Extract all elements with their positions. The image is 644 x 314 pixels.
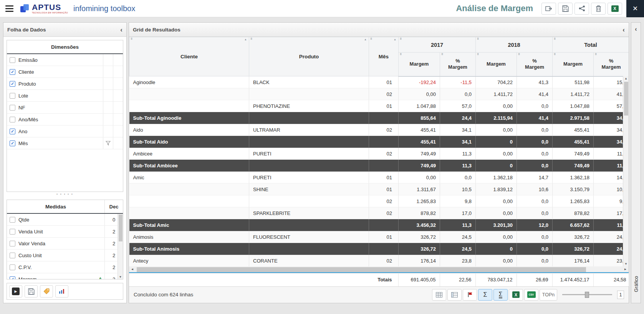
column-header-cliente[interactable]: ⠿▲Cliente bbox=[129, 37, 249, 76]
menu-icon[interactable] bbox=[5, 5, 13, 12]
tab-grafico[interactable]: Gráfico bbox=[631, 276, 641, 292]
conditional-format-button[interactable] bbox=[463, 289, 477, 301]
checkbox[interactable] bbox=[10, 93, 15, 99]
scroll-up-icon[interactable]: ▲ bbox=[623, 77, 629, 80]
column-header-margem-2017[interactable]: ⠿Margem bbox=[399, 53, 440, 76]
subtotal-row[interactable]: Sub-Total Aginoodle855,6424,42.115,9441,… bbox=[129, 112, 629, 124]
collapse-data-sheet-chevron[interactable]: ‹ bbox=[120, 26, 123, 33]
measure-item[interactable]: Qtde0 bbox=[7, 214, 123, 226]
checkbox[interactable] bbox=[10, 264, 15, 270]
expand-grafico-chevron[interactable]: ‹ bbox=[631, 23, 641, 33]
checkbox[interactable] bbox=[10, 241, 15, 246]
excel-export-button[interactable]: X bbox=[608, 3, 622, 15]
checkbox[interactable]: ✓ bbox=[10, 129, 15, 134]
row-groups-button[interactable] bbox=[447, 289, 462, 301]
checkbox[interactable] bbox=[10, 57, 15, 63]
topn-slider[interactable] bbox=[562, 291, 612, 299]
dimension-filter-cell bbox=[103, 102, 113, 113]
table-row[interactable]: AntecyCORANTE02176,1423,80,000,0176,1423… bbox=[129, 255, 629, 267]
detach-window-button[interactable] bbox=[541, 3, 556, 15]
table-row[interactable]: 020,000,01.411,7241,41.411,7241,4 bbox=[129, 88, 629, 100]
dimension-item[interactable]: ✓Cliente bbox=[7, 66, 123, 78]
checkbox[interactable]: ✓ bbox=[10, 140, 15, 146]
table-row[interactable]: AmicPURETI010,000,01.362,1814,71.362,181… bbox=[129, 172, 629, 183]
checkbox[interactable] bbox=[10, 229, 15, 235]
dimension-item[interactable]: Emissão bbox=[7, 54, 123, 66]
results-tbody: AginoodleBLACK01-192,24-11,5704,2241,351… bbox=[129, 76, 629, 267]
column-header-produto[interactable]: ⠿▲Produto bbox=[249, 37, 369, 76]
column-header-pct-margem-2018[interactable]: ⠿% Margem bbox=[517, 53, 553, 76]
measure-item[interactable]: Venda Unit2 bbox=[7, 226, 123, 238]
table-row[interactable]: AidoULTRAMAR02455,4134,10,000,0455,4134,… bbox=[129, 124, 629, 136]
dimension-item[interactable]: Ano/Mês bbox=[7, 114, 123, 126]
grand-total-button[interactable]: Σ bbox=[493, 289, 508, 301]
checkbox[interactable] bbox=[10, 117, 15, 122]
dimension-item[interactable]: ✓Mês bbox=[7, 137, 123, 149]
scroll-right-icon[interactable]: ► bbox=[622, 266, 629, 272]
table-row[interactable]: AginoodleBLACK01-192,24-11,5704,2241,351… bbox=[129, 76, 629, 88]
page-number-input[interactable]: 1 bbox=[617, 291, 624, 299]
filter-icon[interactable] bbox=[106, 141, 111, 145]
checkbox[interactable]: ✓ bbox=[10, 69, 15, 75]
dimension-item[interactable]: NF bbox=[7, 102, 123, 114]
column-header-pct-margem-total[interactable]: ⠿% Margem bbox=[594, 53, 629, 76]
dimension-item[interactable]: Lote bbox=[7, 90, 123, 102]
table-row[interactable]: PHENOTIAZINE011.047,8857,00,000,01.047,8… bbox=[129, 100, 629, 112]
column-group-total[interactable]: ⠿Total bbox=[553, 37, 629, 53]
scrollbar-thumb[interactable] bbox=[137, 267, 586, 272]
measure-item[interactable]: Valor Venda2 bbox=[7, 238, 123, 250]
collapse-grid-chevron[interactable]: ‹ bbox=[622, 26, 625, 33]
column-header-pct-margem-2017[interactable]: ⠿% Margem bbox=[440, 53, 476, 76]
column-group-2017[interactable]: ⠿2017 bbox=[399, 37, 476, 53]
save-layout-button[interactable] bbox=[25, 285, 38, 297]
checkbox[interactable]: ✓ bbox=[10, 81, 15, 87]
column-header-margem-total[interactable]: ⠿Margem bbox=[553, 53, 594, 76]
delete-button[interactable] bbox=[591, 3, 606, 15]
measure-item[interactable]: C.P.V.2 bbox=[7, 261, 123, 273]
checkbox[interactable]: ✓ bbox=[10, 276, 15, 279]
vertical-scrollbar[interactable]: ▲ ▼ bbox=[623, 76, 629, 266]
table-row[interactable]: SHINE011.311,6710,51.839,1210,63.150,791… bbox=[129, 183, 629, 195]
checkbox[interactable] bbox=[10, 105, 15, 111]
bookmark-button[interactable] bbox=[40, 285, 53, 297]
scroll-down-icon[interactable]: ▼ bbox=[118, 275, 123, 279]
chart-button[interactable] bbox=[55, 285, 68, 297]
subtotal-row[interactable]: Sub-Total Amic3.456,3211,33.201,3012,06.… bbox=[129, 219, 629, 231]
scrollbar-thumb[interactable] bbox=[624, 82, 628, 116]
measure-item[interactable]: Custo Unit2 bbox=[7, 250, 123, 261]
cell-value: 0,00 bbox=[476, 231, 517, 243]
column-header-mes[interactable]: ⠿▲Mês bbox=[369, 37, 399, 76]
table-row[interactable]: AmbiceePURETI02749,4911,30,000,0749,4911… bbox=[129, 148, 629, 160]
scroll-left-icon[interactable]: ◄ bbox=[129, 266, 136, 272]
excel-export-button[interactable]: X bbox=[509, 289, 523, 301]
save-button[interactable] bbox=[558, 3, 573, 15]
checkbox[interactable] bbox=[10, 217, 15, 223]
table-view-button[interactable] bbox=[432, 289, 446, 301]
subtotals-button[interactable]: Σ bbox=[478, 289, 492, 301]
share-button[interactable] bbox=[574, 3, 589, 15]
scrollbar-thumb[interactable] bbox=[119, 215, 123, 241]
horizontal-scrollbar[interactable]: ◄ ► bbox=[129, 266, 629, 273]
csv-export-button[interactable]: CSV bbox=[524, 289, 538, 301]
measure-item[interactable]: ✓MargemA2 bbox=[7, 273, 123, 279]
measures-scrollbar[interactable]: ▼ bbox=[118, 214, 123, 279]
subtotal-row[interactable]: Sub-Total Animosis326,7224,500,0326,7224… bbox=[129, 243, 629, 255]
scroll-down-icon[interactable]: ▼ bbox=[623, 262, 629, 266]
subtotal-row[interactable]: Sub-Total Aido455,4134,100,0455,4134,1 bbox=[129, 136, 629, 148]
topn-button[interactable]: TOPn bbox=[540, 289, 557, 301]
column-group-2018[interactable]: ⠿2018 bbox=[476, 37, 553, 53]
dimension-item[interactable]: ✓Produto bbox=[7, 78, 123, 90]
close-button[interactable]: ✕ bbox=[626, 0, 644, 17]
column-header-margem-2018[interactable]: ⠿Margem bbox=[476, 53, 517, 76]
checkbox[interactable] bbox=[10, 253, 15, 258]
table-row[interactable]: AnimosisFLUORESCENT01326,7224,50,000,032… bbox=[129, 231, 629, 243]
panel-splitter[interactable]: • • • • • bbox=[3, 192, 126, 197]
table-row[interactable]: SPARKLEBRITE02878,8217,00,000,0878,8217,… bbox=[129, 207, 629, 219]
run-query-button[interactable]: ▶ bbox=[9, 285, 22, 297]
aptus-logo-icon bbox=[20, 3, 30, 13]
dimension-item[interactable]: ✓Ano bbox=[7, 126, 123, 137]
subtotal-row[interactable]: Sub-Total Ambicee749,4911,300,0749,4911,… bbox=[129, 160, 629, 172]
measure-label: Qtde bbox=[18, 217, 104, 223]
table-row[interactable]: 021.265,839,80,000,01.265,839,8 bbox=[129, 195, 629, 207]
slider-thumb[interactable] bbox=[585, 292, 589, 298]
